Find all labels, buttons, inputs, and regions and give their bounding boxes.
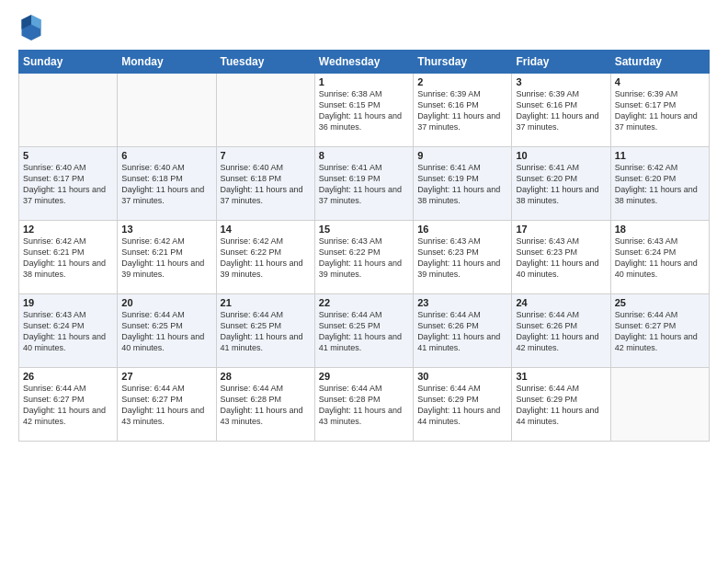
calendar-cell: 14Sunrise: 6:42 AM Sunset: 6:22 PM Dayli…: [216, 221, 314, 294]
calendar-cell: 11Sunrise: 6:42 AM Sunset: 6:20 PM Dayli…: [610, 147, 709, 221]
day-info: Sunrise: 6:43 AM Sunset: 6:22 PM Dayligh…: [319, 236, 409, 281]
day-number: 26: [23, 371, 113, 382]
day-number: 19: [23, 297, 113, 308]
day-number: 15: [319, 224, 409, 235]
day-number: 5: [23, 150, 113, 161]
calendar-cell: 15Sunrise: 6:43 AM Sunset: 6:22 PM Dayli…: [314, 221, 413, 294]
calendar-cell: 23Sunrise: 6:44 AM Sunset: 6:26 PM Dayli…: [414, 294, 512, 368]
day-info: Sunrise: 6:42 AM Sunset: 6:22 PM Dayligh…: [221, 236, 311, 281]
calendar-cell: 26Sunrise: 6:44 AM Sunset: 6:27 PM Dayli…: [19, 368, 118, 442]
day-number: 1: [319, 76, 409, 87]
page: SundayMondayTuesdayWednesdayThursdayFrid…: [0, 0, 728, 563]
day-number: 11: [615, 150, 705, 161]
weekday-header-tuesday: Tuesday: [216, 51, 314, 74]
day-number: 3: [516, 76, 606, 87]
day-number: 9: [417, 150, 507, 161]
day-info: Sunrise: 6:44 AM Sunset: 6:29 PM Dayligh…: [516, 383, 606, 428]
calendar-cell: 17Sunrise: 6:43 AM Sunset: 6:23 PM Dayli…: [512, 221, 610, 294]
day-number: 17: [516, 224, 606, 235]
day-info: Sunrise: 6:43 AM Sunset: 6:24 PM Dayligh…: [23, 309, 113, 354]
day-info: Sunrise: 6:39 AM Sunset: 6:16 PM Dayligh…: [417, 88, 507, 133]
calendar-cell: 5Sunrise: 6:40 AM Sunset: 6:17 PM Daylig…: [19, 147, 118, 221]
day-number: 6: [121, 150, 211, 161]
day-info: Sunrise: 6:43 AM Sunset: 6:23 PM Dayligh…: [516, 236, 606, 281]
day-number: 28: [221, 371, 311, 382]
weekday-header-row: SundayMondayTuesdayWednesdayThursdayFrid…: [19, 51, 710, 74]
day-info: Sunrise: 6:44 AM Sunset: 6:27 PM Dayligh…: [121, 383, 211, 428]
day-info: Sunrise: 6:40 AM Sunset: 6:17 PM Dayligh…: [23, 162, 113, 207]
weekday-header-thursday: Thursday: [414, 51, 512, 74]
calendar-week-4: 19Sunrise: 6:43 AM Sunset: 6:24 PM Dayli…: [19, 294, 710, 368]
calendar-week-5: 26Sunrise: 6:44 AM Sunset: 6:27 PM Dayli…: [19, 368, 710, 442]
calendar-cell: 10Sunrise: 6:41 AM Sunset: 6:20 PM Dayli…: [512, 147, 610, 221]
day-info: Sunrise: 6:44 AM Sunset: 6:29 PM Dayligh…: [417, 383, 507, 428]
day-number: 2: [417, 76, 507, 87]
day-number: 12: [23, 224, 113, 235]
day-number: 20: [121, 297, 211, 308]
calendar-cell: 29Sunrise: 6:44 AM Sunset: 6:28 PM Dayli…: [314, 368, 413, 442]
day-number: 16: [417, 224, 507, 235]
weekday-header-wednesday: Wednesday: [314, 51, 413, 74]
calendar-cell: [19, 74, 118, 147]
day-number: 8: [319, 150, 409, 161]
day-info: Sunrise: 6:39 AM Sunset: 6:16 PM Dayligh…: [516, 88, 606, 133]
day-number: 4: [615, 76, 705, 87]
day-info: Sunrise: 6:44 AM Sunset: 6:28 PM Dayligh…: [221, 383, 311, 428]
calendar-cell: 30Sunrise: 6:44 AM Sunset: 6:29 PM Dayli…: [414, 368, 512, 442]
calendar-cell: 19Sunrise: 6:43 AM Sunset: 6:24 PM Dayli…: [19, 294, 118, 368]
calendar-cell: 24Sunrise: 6:44 AM Sunset: 6:26 PM Dayli…: [512, 294, 610, 368]
day-info: Sunrise: 6:38 AM Sunset: 6:15 PM Dayligh…: [319, 88, 409, 133]
day-info: Sunrise: 6:40 AM Sunset: 6:18 PM Dayligh…: [121, 162, 211, 207]
day-number: 31: [516, 371, 606, 382]
calendar-cell: 22Sunrise: 6:44 AM Sunset: 6:25 PM Dayli…: [314, 294, 413, 368]
day-number: 18: [615, 224, 705, 235]
day-number: 30: [417, 371, 507, 382]
day-number: 23: [417, 297, 507, 308]
day-info: Sunrise: 6:42 AM Sunset: 6:21 PM Dayligh…: [121, 236, 211, 281]
calendar-cell: [118, 74, 216, 147]
logo-icon: [18, 15, 44, 40]
day-info: Sunrise: 6:42 AM Sunset: 6:20 PM Dayligh…: [615, 162, 705, 207]
weekday-header-saturday: Saturday: [610, 51, 709, 74]
calendar-cell: 7Sunrise: 6:40 AM Sunset: 6:18 PM Daylig…: [216, 147, 314, 221]
logo: [18, 15, 46, 40]
day-info: Sunrise: 6:44 AM Sunset: 6:25 PM Dayligh…: [221, 309, 311, 354]
calendar-week-3: 12Sunrise: 6:42 AM Sunset: 6:21 PM Dayli…: [19, 221, 710, 294]
calendar-cell: 21Sunrise: 6:44 AM Sunset: 6:25 PM Dayli…: [216, 294, 314, 368]
calendar-week-1: 1Sunrise: 6:38 AM Sunset: 6:15 PM Daylig…: [19, 74, 710, 147]
calendar-cell: [216, 74, 314, 147]
calendar-cell: 4Sunrise: 6:39 AM Sunset: 6:17 PM Daylig…: [610, 74, 709, 147]
calendar-cell: [610, 368, 709, 442]
calendar-cell: 20Sunrise: 6:44 AM Sunset: 6:25 PM Dayli…: [118, 294, 216, 368]
weekday-header-monday: Monday: [118, 51, 216, 74]
calendar-cell: 27Sunrise: 6:44 AM Sunset: 6:27 PM Dayli…: [118, 368, 216, 442]
day-info: Sunrise: 6:44 AM Sunset: 6:26 PM Dayligh…: [417, 309, 507, 354]
day-info: Sunrise: 6:41 AM Sunset: 6:19 PM Dayligh…: [417, 162, 507, 207]
calendar-cell: 16Sunrise: 6:43 AM Sunset: 6:23 PM Dayli…: [414, 221, 512, 294]
day-number: 25: [615, 297, 705, 308]
day-number: 24: [516, 297, 606, 308]
day-info: Sunrise: 6:43 AM Sunset: 6:23 PM Dayligh…: [417, 236, 507, 281]
day-info: Sunrise: 6:44 AM Sunset: 6:28 PM Dayligh…: [319, 383, 409, 428]
day-number: 13: [121, 224, 211, 235]
calendar-cell: 28Sunrise: 6:44 AM Sunset: 6:28 PM Dayli…: [216, 368, 314, 442]
calendar-cell: 8Sunrise: 6:41 AM Sunset: 6:19 PM Daylig…: [314, 147, 413, 221]
calendar-cell: 1Sunrise: 6:38 AM Sunset: 6:15 PM Daylig…: [314, 74, 413, 147]
day-info: Sunrise: 6:44 AM Sunset: 6:25 PM Dayligh…: [121, 309, 211, 354]
day-number: 7: [221, 150, 311, 161]
day-info: Sunrise: 6:40 AM Sunset: 6:18 PM Dayligh…: [221, 162, 311, 207]
calendar-cell: 6Sunrise: 6:40 AM Sunset: 6:18 PM Daylig…: [118, 147, 216, 221]
calendar-cell: 25Sunrise: 6:44 AM Sunset: 6:27 PM Dayli…: [610, 294, 709, 368]
calendar-cell: 9Sunrise: 6:41 AM Sunset: 6:19 PM Daylig…: [414, 147, 512, 221]
day-number: 27: [121, 371, 211, 382]
day-number: 10: [516, 150, 606, 161]
day-number: 21: [221, 297, 311, 308]
weekday-header-friday: Friday: [512, 51, 610, 74]
day-info: Sunrise: 6:44 AM Sunset: 6:27 PM Dayligh…: [615, 309, 705, 354]
day-info: Sunrise: 6:44 AM Sunset: 6:25 PM Dayligh…: [319, 309, 409, 354]
calendar-cell: 13Sunrise: 6:42 AM Sunset: 6:21 PM Dayli…: [118, 221, 216, 294]
day-info: Sunrise: 6:43 AM Sunset: 6:24 PM Dayligh…: [615, 236, 705, 281]
day-info: Sunrise: 6:44 AM Sunset: 6:27 PM Dayligh…: [23, 383, 113, 428]
calendar-cell: 12Sunrise: 6:42 AM Sunset: 6:21 PM Dayli…: [19, 221, 118, 294]
calendar-cell: 3Sunrise: 6:39 AM Sunset: 6:16 PM Daylig…: [512, 74, 610, 147]
